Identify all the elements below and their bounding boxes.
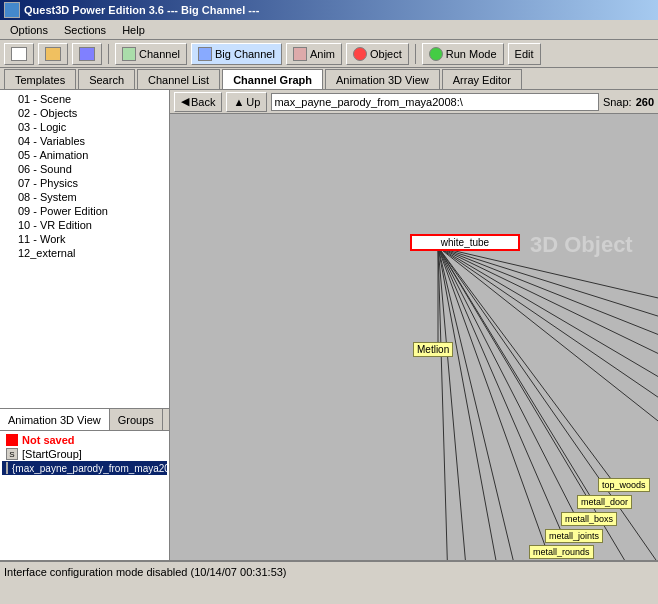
tab-groups[interactable]: Groups <box>110 409 163 430</box>
svg-line-17 <box>438 247 658 560</box>
not-saved-label: Not saved <box>22 434 75 446</box>
node-metlion[interactable]: Metlion <box>413 342 453 357</box>
run-mode-button[interactable]: Run Mode <box>422 43 504 65</box>
svg-line-3 <box>438 247 658 377</box>
right-panel: ◀ Back ▲ Up Snap: 260 3D Object Surface … <box>170 90 658 560</box>
anim-button[interactable]: Anim <box>286 43 342 65</box>
svg-line-8 <box>438 247 617 487</box>
start-group-label: [StartGroup] <box>22 448 82 460</box>
new-button[interactable] <box>4 43 34 65</box>
tree-item-vr-edition[interactable]: 10 - VR Edition <box>2 218 167 232</box>
node-metall-door-label: metall_door <box>581 497 628 507</box>
svg-line-4 <box>438 247 658 397</box>
channel-item-max-payne[interactable]: {max_payne_parody_from_maya2008} <box>2 461 167 475</box>
tree-item-scene[interactable]: 01 - Scene <box>2 92 167 106</box>
svg-line-1 <box>438 247 658 332</box>
svg-line-5 <box>438 247 658 416</box>
object-button[interactable]: Object <box>346 43 409 65</box>
back-button[interactable]: ◀ Back <box>174 92 222 112</box>
object-icon <box>353 47 367 61</box>
tree-item-physics[interactable]: 07 - Physics <box>2 176 167 190</box>
main-area: 01 - Scene 02 - Objects 03 - Logic 04 - … <box>0 90 658 560</box>
menu-help[interactable]: Help <box>114 22 153 38</box>
tree-item-animation[interactable]: 05 - Animation <box>2 148 167 162</box>
bottom-left-tabs: Animation 3D View Groups <box>0 408 169 430</box>
node-metall-boxs[interactable]: metall_boxs <box>561 512 617 526</box>
back-arrow-icon: ◀ <box>181 95 189 108</box>
svg-line-9 <box>438 247 595 504</box>
path-input[interactable] <box>271 93 598 111</box>
max-payne-label: {max_payne_parody_from_maya2008} <box>12 463 169 474</box>
tree-item-variables[interactable]: 04 - Variables <box>2 134 167 148</box>
snap-value: 260 <box>636 96 654 108</box>
tree-item-objects[interactable]: 02 - Objects <box>2 106 167 120</box>
channel-button[interactable]: Channel <box>115 43 187 65</box>
node-top-woods[interactable]: top_woods <box>598 478 650 492</box>
node-white-tube[interactable]: white_tube <box>410 234 520 251</box>
tab-search[interactable]: Search <box>78 69 135 89</box>
separator-2 <box>415 44 416 64</box>
tab-channel-graph[interactable]: Channel Graph <box>222 69 323 89</box>
up-label: Up <box>246 96 260 108</box>
tree-item-logic[interactable]: 03 - Logic <box>2 120 167 134</box>
node-metall-joints-label: metall_joints <box>549 531 599 541</box>
svg-line-18 <box>438 247 658 560</box>
svg-line-13 <box>438 247 517 560</box>
node-metall-joints[interactable]: metall_joints <box>545 529 603 543</box>
status-text: Interface configuration mode disabled (1… <box>4 566 287 578</box>
svg-line-16 <box>438 247 450 560</box>
save-button[interactable] <box>72 43 102 65</box>
svg-line-14 <box>438 247 502 560</box>
tree-item-external[interactable]: 12_external <box>2 246 167 260</box>
node-metall-rounds-label: metall_rounds <box>533 547 590 557</box>
big-channel-button[interactable]: Big Channel <box>191 43 282 65</box>
tree-item-work[interactable]: 11 - Work <box>2 232 167 246</box>
node-metall-door[interactable]: metall_door <box>577 495 632 509</box>
tree-item-power-edition[interactable]: 09 - Power Edition <box>2 204 167 218</box>
tabs-row1: Templates Search Channel List Channel Gr… <box>0 68 658 90</box>
edit-label: Edit <box>515 48 534 60</box>
menu-options[interactable]: Options <box>2 22 56 38</box>
channel-item-not-saved[interactable]: Not saved <box>2 433 167 447</box>
titlebar: Quest3D Power Edition 3.6 --- Big Channe… <box>0 0 658 20</box>
graph-canvas[interactable]: 3D Object Surface 3D ObjectData Material <box>170 114 658 560</box>
menu-sections[interactable]: Sections <box>56 22 114 38</box>
tree-item-sound[interactable]: 06 - Sound <box>2 162 167 176</box>
snap-label: Snap: <box>603 96 632 108</box>
node-metall-boxs-label: metall_boxs <box>565 514 613 524</box>
node-top-woods-label: top_woods <box>602 480 646 490</box>
statusbar: Interface configuration mode disabled (1… <box>0 560 658 582</box>
not-saved-icon <box>6 434 18 446</box>
new-icon <box>11 47 27 61</box>
menubar: Options Sections Help <box>0 20 658 40</box>
node-metall-rounds[interactable]: metall_rounds <box>529 545 594 559</box>
edit-button[interactable]: Edit <box>508 43 541 65</box>
up-button[interactable]: ▲ Up <box>226 92 267 112</box>
object-label: Object <box>370 48 402 60</box>
tab-animation-3d-view[interactable]: Animation 3D View <box>325 69 440 89</box>
run-icon <box>429 47 443 61</box>
anim-label: Anim <box>310 48 335 60</box>
svg-line-15 <box>438 247 470 560</box>
connection-lines <box>170 114 658 560</box>
channel-icon <box>122 47 136 61</box>
label-3d-object: 3D Object <box>530 232 633 258</box>
node-metlion-label: Metlion <box>417 344 449 355</box>
tab-channel-list[interactable]: Channel List <box>137 69 220 89</box>
tab-templates[interactable]: Templates <box>4 69 76 89</box>
title-text: Quest3D Power Edition 3.6 --- Big Channe… <box>24 4 259 16</box>
run-mode-label: Run Mode <box>446 48 497 60</box>
anim-icon <box>293 47 307 61</box>
left-panel: 01 - Scene 02 - Objects 03 - Logic 04 - … <box>0 90 170 560</box>
app-icon <box>4 2 20 18</box>
tab-animation-3d-view-left[interactable]: Animation 3D View <box>0 409 110 430</box>
open-button[interactable] <box>38 43 68 65</box>
open-icon <box>45 47 61 61</box>
big-channel-icon <box>198 47 212 61</box>
tree: 01 - Scene 02 - Objects 03 - Logic 04 - … <box>0 90 169 408</box>
tree-item-system[interactable]: 08 - System <box>2 190 167 204</box>
save-icon <box>79 47 95 61</box>
up-arrow-icon: ▲ <box>233 96 244 108</box>
tab-array-editor[interactable]: Array Editor <box>442 69 522 89</box>
channel-item-start-group[interactable]: S [StartGroup] <box>2 447 167 461</box>
